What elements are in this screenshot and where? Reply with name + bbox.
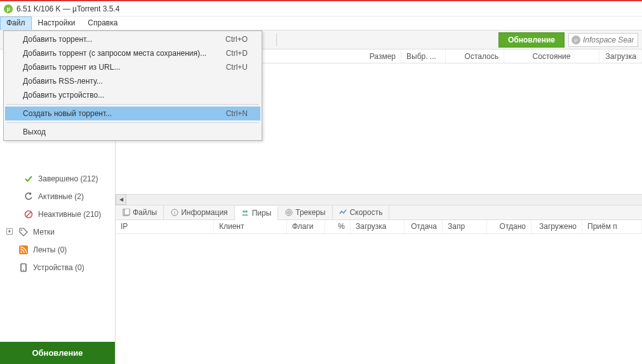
peers-column-upload[interactable]: Отдача bbox=[405, 220, 443, 233]
menu-add-device[interactable]: Добавить устройство... bbox=[5, 88, 260, 102]
menu-add-torrent[interactable]: Добавить торрент... Ctrl+O bbox=[5, 32, 260, 46]
menu-create-torrent[interactable]: Создать новый торрент... Ctrl+N bbox=[5, 107, 260, 120]
tag-icon bbox=[19, 228, 28, 237]
peers-column-percent[interactable]: % bbox=[325, 220, 351, 233]
sidebar-update-button[interactable]: Обновление bbox=[0, 342, 115, 364]
rss-icon bbox=[19, 245, 28, 254]
menu-exit[interactable]: Выход bbox=[5, 125, 260, 139]
info-icon: i bbox=[170, 208, 178, 216]
horizontal-scrollbar[interactable]: ◀ bbox=[116, 194, 642, 205]
tab-info[interactable]: i Информация bbox=[164, 205, 234, 219]
sidebar-item-label: Метки bbox=[33, 228, 55, 237]
sidebar-item-inactive[interactable]: Неактивные (210) bbox=[0, 205, 115, 223]
menu-settings[interactable]: Настройки bbox=[32, 16, 82, 30]
detail-tabs: Файлы i Информация Пиры Трекеры Скорость bbox=[116, 205, 642, 220]
expand-toggle[interactable]: + bbox=[6, 228, 13, 235]
refresh-icon bbox=[24, 192, 33, 201]
svg-point-6 bbox=[23, 270, 24, 271]
search-provider-icon: µ bbox=[572, 36, 580, 44]
tab-speed[interactable]: Скорость bbox=[333, 205, 390, 219]
svg-point-11 bbox=[243, 211, 245, 213]
peers-grid-header: IP Клиент Флаги % Загрузка Отдача Запр О… bbox=[116, 220, 642, 234]
menu-file[interactable]: Файл bbox=[0, 16, 32, 30]
peers-column-incoming[interactable]: Приём п bbox=[582, 220, 642, 233]
svg-rect-8 bbox=[124, 209, 130, 215]
sidebar-item-feeds[interactable]: Ленты (0) bbox=[0, 241, 115, 259]
menu-add-rss[interactable]: Добавить RSS-ленту... bbox=[5, 74, 260, 88]
trackers-icon bbox=[284, 208, 293, 216]
files-icon bbox=[122, 208, 130, 216]
window-title: 6.51 K/106 K — µTorrent 3.5.4 bbox=[17, 4, 119, 13]
peers-column-flags[interactable]: Флаги bbox=[287, 220, 325, 233]
sidebar-item-label: Ленты (0) bbox=[33, 245, 67, 254]
peers-column-downloaded[interactable]: Загружено bbox=[532, 220, 582, 233]
sidebar-item-completed[interactable]: Завершено (212) bbox=[0, 170, 115, 188]
forbid-icon bbox=[24, 210, 33, 219]
svg-text:i: i bbox=[174, 210, 175, 216]
tab-trackers[interactable]: Трекеры bbox=[278, 205, 332, 219]
sidebar-item-label: Активные (2) bbox=[38, 192, 84, 201]
svg-point-4 bbox=[20, 251, 22, 252]
titlebar: µ 6.51 K/106 K — µTorrent 3.5.4 bbox=[0, 1, 642, 16]
column-header-download[interactable]: Загрузка bbox=[599, 49, 642, 63]
column-header-status[interactable]: Состояние bbox=[504, 49, 599, 63]
menubar: Файл Настройки Справка bbox=[0, 16, 642, 30]
peers-column-client[interactable]: Клиент bbox=[214, 220, 287, 233]
sidebar-item-label: Завершено (212) bbox=[38, 174, 98, 183]
column-header-size[interactable]: Размер bbox=[357, 49, 401, 63]
menu-add-torrent-url[interactable]: Добавить торрент из URL... Ctrl+U bbox=[5, 60, 260, 74]
sidebar-item-label: Неактивные (210) bbox=[38, 210, 101, 219]
sidebar-item-labels[interactable]: Метки bbox=[0, 223, 115, 241]
sidebar-item-label: Устройства (0) bbox=[33, 263, 84, 272]
search-box[interactable]: µ bbox=[568, 33, 638, 47]
column-header-remaining[interactable]: Осталось bbox=[446, 49, 504, 63]
file-dropdown: Добавить торрент... Ctrl+O Добавить торр… bbox=[3, 30, 262, 141]
check-icon bbox=[24, 174, 33, 183]
tab-files[interactable]: Файлы bbox=[116, 205, 164, 219]
peers-column-requests[interactable]: Запр bbox=[443, 220, 487, 233]
svg-point-2 bbox=[21, 230, 22, 231]
peers-icon bbox=[241, 209, 250, 218]
update-button[interactable]: Обновление bbox=[498, 32, 565, 48]
peers-column-uploaded[interactable]: Отдано bbox=[487, 220, 532, 233]
svg-point-12 bbox=[245, 211, 248, 213]
menu-help[interactable]: Справка bbox=[81, 16, 124, 30]
svg-point-15 bbox=[288, 212, 290, 213]
menu-add-torrent-ask-location[interactable]: Добавить торрент (с запросом места сохра… bbox=[5, 46, 260, 60]
device-icon bbox=[19, 263, 28, 272]
speed-icon bbox=[339, 208, 347, 216]
peers-column-ip[interactable]: IP bbox=[116, 220, 214, 233]
svg-line-1 bbox=[26, 212, 31, 217]
peers-grid-body bbox=[116, 234, 642, 365]
utorrent-logo-icon: µ bbox=[4, 4, 13, 13]
sidebar-item-active[interactable]: Активные (2) bbox=[0, 188, 115, 205]
scroll-left-icon[interactable]: ◀ bbox=[116, 194, 126, 205]
menu-separator bbox=[6, 104, 259, 105]
column-header-selected[interactable]: Выбр. ... bbox=[401, 49, 446, 63]
toolbar-separator bbox=[276, 34, 277, 46]
sidebar-item-devices[interactable]: Устройства (0) bbox=[0, 259, 115, 276]
search-input[interactable] bbox=[583, 36, 634, 44]
tab-peers[interactable]: Пиры bbox=[235, 206, 279, 220]
peers-column-download[interactable]: Загрузка bbox=[351, 220, 405, 233]
menu-separator bbox=[6, 122, 259, 123]
